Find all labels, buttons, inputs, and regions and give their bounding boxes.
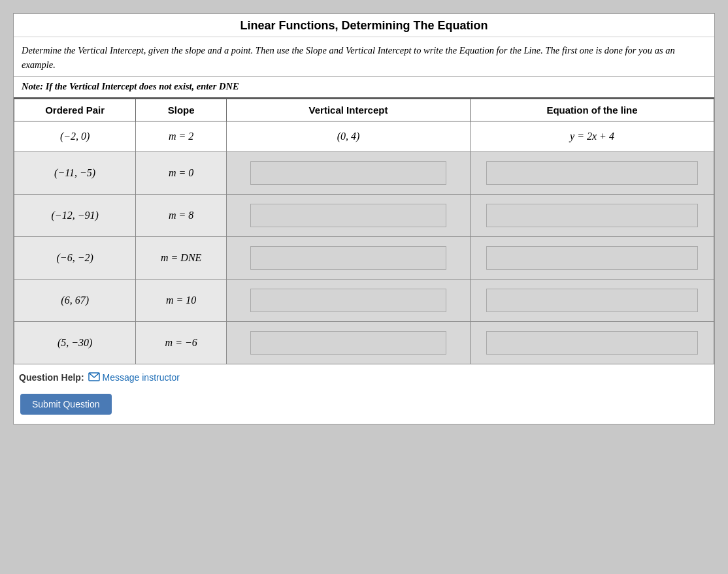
footer: Question Help: Message instructor <box>14 364 714 390</box>
ordered-pair-cell: (−12, −91) <box>14 194 136 236</box>
col-ordered-pair: Ordered Pair <box>14 99 136 121</box>
page-container: Linear Functions, Determining The Equati… <box>13 13 715 424</box>
vertical-intercept-cell[interactable] <box>227 279 471 321</box>
vertical-intercept-cell[interactable] <box>227 151 471 194</box>
vertical-intercept-input[interactable] <box>250 246 446 270</box>
message-instructor-text: Message instructor <box>103 372 180 383</box>
vertical-intercept-value: (0, 4) <box>337 131 360 142</box>
ordered-pair-value: (5, −30) <box>58 337 92 348</box>
slope-cell: m = 10 <box>136 279 227 321</box>
ordered-pair-cell: (6, 67) <box>14 279 136 321</box>
mail-icon <box>88 372 100 383</box>
equation-cell[interactable] <box>471 151 714 194</box>
equation-input[interactable] <box>486 289 698 312</box>
equation-input[interactable] <box>486 204 698 227</box>
slope-value: m = DNE <box>161 252 201 263</box>
slope-cell: m = 0 <box>136 151 227 194</box>
ordered-pair-value: (−6, −2) <box>57 252 93 263</box>
equation-input[interactable] <box>486 161 698 185</box>
message-instructor-link[interactable]: Message instructor <box>88 372 180 383</box>
ordered-pair-value: (−12, −91) <box>52 210 99 221</box>
math-table: Ordered Pair Slope Vertical Intercept Eq… <box>14 99 714 364</box>
col-slope: Slope <box>136 99 227 121</box>
equation-cell[interactable] <box>471 194 714 236</box>
vertical-intercept-input[interactable] <box>250 289 446 312</box>
vertical-intercept-input[interactable] <box>250 161 446 185</box>
equation-cell[interactable] <box>471 321 714 364</box>
vertical-intercept-input[interactable] <box>250 331 446 355</box>
instructions: Determine the Vertical Intercept, given … <box>14 37 714 77</box>
equation-cell[interactable] <box>471 236 714 279</box>
question-help-label: Question Help: <box>19 372 84 383</box>
slope-value: m = 10 <box>166 295 196 306</box>
slope-cell: m = −6 <box>136 321 227 364</box>
col-equation: Equation of the line <box>471 99 714 121</box>
slope-value: m = 2 <box>169 131 193 142</box>
slope-cell: m = DNE <box>136 236 227 279</box>
ordered-pair-cell: (−2, 0) <box>14 121 136 151</box>
equation-input[interactable] <box>486 331 698 355</box>
vertical-intercept-cell[interactable] <box>227 321 471 364</box>
vertical-intercept-input[interactable] <box>250 204 446 227</box>
equation-input[interactable] <box>486 246 698 270</box>
slope-value: m = 0 <box>169 167 193 178</box>
ordered-pair-cell: (−11, −5) <box>14 151 136 194</box>
ordered-pair-value: (6, 67) <box>61 295 89 306</box>
vertical-intercept-cell[interactable] <box>227 194 471 236</box>
equation-value: y = 2x + 4 <box>570 131 614 142</box>
note: Note: If the Vertical Intercept does not… <box>14 77 714 99</box>
vertical-intercept-cell: (0, 4) <box>227 121 471 151</box>
submit-button[interactable]: Submit Question <box>20 394 112 415</box>
ordered-pair-cell: (5, −30) <box>14 321 136 364</box>
slope-cell: m = 8 <box>136 194 227 236</box>
ordered-pair-cell: (−6, −2) <box>14 236 136 279</box>
slope-value: m = 8 <box>169 210 193 221</box>
equation-cell[interactable] <box>471 279 714 321</box>
vertical-intercept-cell[interactable] <box>227 236 471 279</box>
equation-cell: y = 2x + 4 <box>471 121 714 151</box>
page-title: Linear Functions, Determining The Equati… <box>14 14 714 37</box>
slope-value: m = −6 <box>165 337 197 348</box>
slope-cell: m = 2 <box>136 121 227 151</box>
ordered-pair-value: (−2, 0) <box>60 131 90 142</box>
ordered-pair-value: (−11, −5) <box>54 167 95 178</box>
col-vertical-intercept: Vertical Intercept <box>227 99 471 121</box>
